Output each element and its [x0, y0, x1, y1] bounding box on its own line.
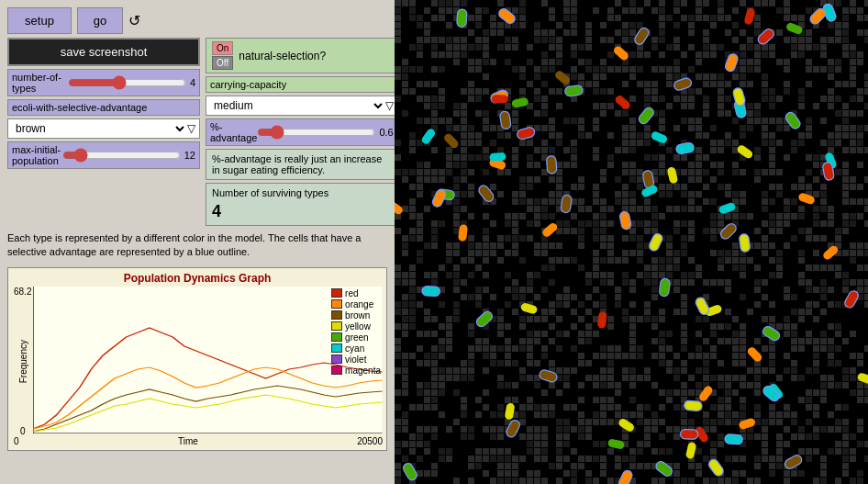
x-min: 0 [14, 436, 19, 446]
chart-container: Population Dynamics Graph 68.2 Frequency… [7, 267, 387, 451]
legend-item-red: red [331, 288, 381, 298]
legend-item-yellow: yellow [331, 321, 381, 332]
legend-color-violet [331, 355, 342, 364]
pct-advantage-slider-row: %-advantage 0.6 [206, 118, 398, 146]
legend-item-magenta: magenta [331, 366, 381, 376]
x-axis-label-center: Time [178, 436, 198, 446]
ecoli-label: ecoli-with-selective-advantage [7, 99, 200, 116]
on-off-toggle: On Off [212, 41, 233, 70]
info-box: %-advantage is really just an increase i… [206, 149, 398, 180]
chart-title: Population Dynamics Graph [12, 272, 383, 285]
legend-color-red [331, 288, 342, 298]
carrying-capacity-dropdown-row: medium low high ▽ [206, 96, 398, 116]
max-initial-population-slider-row: max-initial-population 12 [7, 141, 200, 169]
ecoli-dropdown-arrow: ▽ [187, 122, 195, 135]
go-button[interactable]: go [77, 7, 123, 34]
legend-label-magenta: magenta [345, 366, 381, 376]
svg-rect-0 [33, 287, 383, 433]
carrying-capacity-arrow: ▽ [385, 99, 394, 112]
number-of-types-slider[interactable] [68, 78, 186, 87]
number-of-types-slider-row: number-of-types 4 [7, 69, 200, 96]
legend-item-cyan: cyan [331, 343, 381, 354]
screenshot-button[interactable]: save screenshot [7, 38, 200, 66]
y-axis-label: Frequency [17, 340, 28, 383]
legend-item-brown: brown [331, 310, 381, 321]
max-initial-population-value: 12 [184, 150, 195, 161]
legend-label-green: green [345, 332, 369, 343]
legend-item-orange: orange [331, 299, 381, 310]
description-text: Each type is represented by a different … [7, 231, 387, 260]
natural-selection-row: On Off natural-selection? [206, 38, 398, 73]
max-initial-population-label: max-initial-population [12, 144, 62, 166]
legend-label-brown: brown [345, 310, 370, 321]
legend-label-red: red [345, 288, 358, 298]
ecoli-dropdown-row: brown red orange yellow green cyan viole… [7, 118, 200, 139]
y-max: 68.2 [14, 287, 31, 297]
x-max: 20500 [357, 436, 383, 446]
legend-color-green [331, 332, 342, 342]
legend-label-violet: violet [345, 355, 366, 365]
simulation-canvas [395, 0, 868, 484]
simulation-panel [395, 0, 868, 484]
number-of-types-label: number-of-types [12, 72, 68, 94]
pct-advantage-label: %-advantage [210, 121, 257, 143]
legend-label-cyan: cyan [345, 343, 364, 354]
x-axis-labels: 0 Time 20500 [12, 436, 383, 446]
refresh-icon[interactable]: ↺ [128, 12, 140, 29]
ecoli-select[interactable]: brown red orange yellow green cyan viole… [12, 121, 187, 136]
pct-advantage-slider[interactable] [257, 128, 375, 137]
chart-inner: redorangebrownyellowgreencyanvioletmagen… [33, 287, 383, 436]
legend-color-yellow [331, 321, 342, 331]
y-min: 0 [20, 426, 26, 436]
surviving-value: 4 [212, 202, 392, 221]
legend-item-green: green [331, 332, 381, 343]
natural-selection-label: natural-selection? [239, 50, 326, 62]
surviving-label: Number of surviving types [212, 187, 392, 198]
legend-label-orange: orange [345, 299, 373, 310]
legend-color-cyan [331, 343, 342, 353]
legend-color-orange [331, 299, 342, 309]
number-of-types-value: 4 [190, 77, 195, 88]
legend-label-yellow: yellow [345, 321, 371, 332]
legend-item-violet: violet [331, 355, 381, 365]
pct-advantage-value: 0.6 [379, 127, 393, 138]
chart-legend: redorangebrownyellowgreencyanvioletmagen… [331, 288, 381, 376]
chart-svg [33, 287, 383, 433]
legend-color-brown [331, 310, 342, 320]
on-button[interactable]: On [212, 41, 233, 55]
surviving-box: Number of surviving types 4 [206, 183, 398, 226]
off-button[interactable]: Off [212, 56, 233, 70]
setup-button[interactable]: setup [7, 7, 72, 34]
carrying-capacity-select[interactable]: medium low high [210, 98, 385, 113]
carrying-capacity-label: carrying-capacity [206, 76, 398, 93]
legend-color-magenta [331, 366, 342, 375]
max-initial-population-slider[interactable] [62, 151, 181, 160]
